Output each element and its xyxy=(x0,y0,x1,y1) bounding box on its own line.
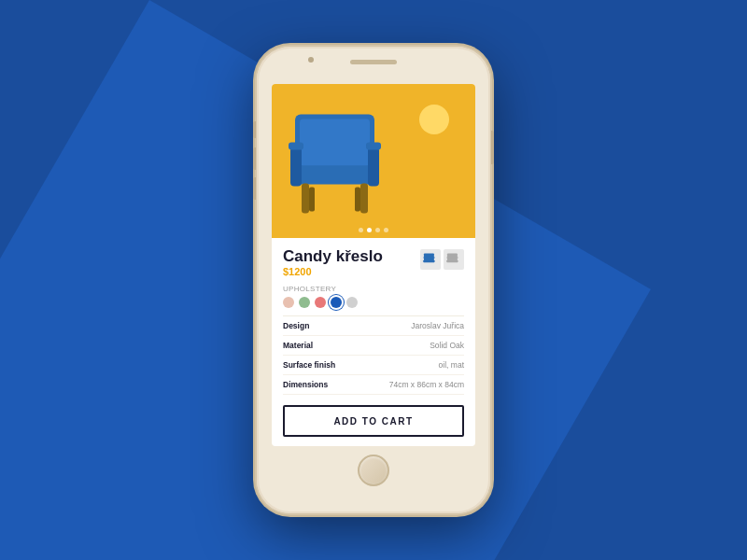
home-button[interactable] xyxy=(358,455,389,486)
svg-rect-9 xyxy=(309,188,315,212)
spec-row-dimensions: Dimensions 74cm x 86cm x 84cm xyxy=(283,375,464,395)
phone-top-bar xyxy=(257,47,490,84)
svg-rect-4 xyxy=(368,147,379,187)
svg-rect-15 xyxy=(447,254,458,261)
upholstery-label: Upholstery xyxy=(283,285,464,293)
svg-rect-7 xyxy=(302,184,309,214)
phone-screen: Candy křeslo $1200 xyxy=(272,84,475,446)
thumbnail-2[interactable] xyxy=(444,249,464,270)
spec-row-surface: Surface finish oil, mat xyxy=(283,356,464,375)
dot-2[interactable] xyxy=(367,228,372,232)
thumbnail-1[interactable] xyxy=(420,249,441,270)
product-thumbnails[interactable] xyxy=(420,249,464,270)
svg-rect-1 xyxy=(300,119,370,166)
swatch-blush[interactable] xyxy=(283,297,294,308)
svg-rect-11 xyxy=(424,254,434,261)
dot-3[interactable] xyxy=(375,228,380,232)
image-dots-indicator[interactable] xyxy=(359,228,388,232)
product-content: Candy křeslo $1200 xyxy=(272,238,475,446)
mute-button xyxy=(253,121,256,138)
specs-table: Design Jaroslav Juřica Material Solid Oa… xyxy=(283,315,464,398)
svg-rect-13 xyxy=(423,257,425,258)
power-button xyxy=(491,131,494,164)
svg-rect-18 xyxy=(457,257,458,258)
phone-frame: Candy křeslo $1200 xyxy=(257,47,490,513)
svg-rect-14 xyxy=(433,257,435,258)
svg-rect-2 xyxy=(290,166,379,185)
product-image-area[interactable] xyxy=(272,84,475,238)
volume-down-button xyxy=(253,177,256,200)
dot-1[interactable] xyxy=(359,228,363,232)
dot-4[interactable] xyxy=(384,228,388,232)
product-header: Candy křeslo $1200 xyxy=(283,247,464,283)
color-swatches[interactable] xyxy=(283,297,464,308)
swatch-grey[interactable] xyxy=(346,297,358,308)
volume-up-button xyxy=(253,147,256,170)
chair-image xyxy=(281,93,412,229)
svg-rect-6 xyxy=(366,143,381,150)
spec-row-material: Material Solid Oak xyxy=(283,336,464,356)
svg-rect-3 xyxy=(290,147,302,187)
sun-decoration xyxy=(419,105,449,134)
svg-rect-12 xyxy=(423,260,434,263)
svg-rect-10 xyxy=(355,188,360,212)
front-camera xyxy=(308,57,314,63)
svg-rect-17 xyxy=(446,257,448,258)
svg-rect-8 xyxy=(360,184,368,214)
add-to-cart-button[interactable]: ADD TO CART xyxy=(283,405,464,437)
spec-row-design: Design Jaroslav Juřica xyxy=(283,316,464,336)
swatch-sage[interactable] xyxy=(299,297,310,308)
swatch-coral[interactable] xyxy=(315,297,326,308)
svg-rect-16 xyxy=(446,260,458,263)
swatch-blue[interactable] xyxy=(331,297,342,308)
speaker-grille xyxy=(350,60,397,64)
phone-bottom xyxy=(257,446,490,495)
svg-rect-5 xyxy=(289,143,303,150)
product-name: Candy křeslo $1200 xyxy=(283,247,383,283)
